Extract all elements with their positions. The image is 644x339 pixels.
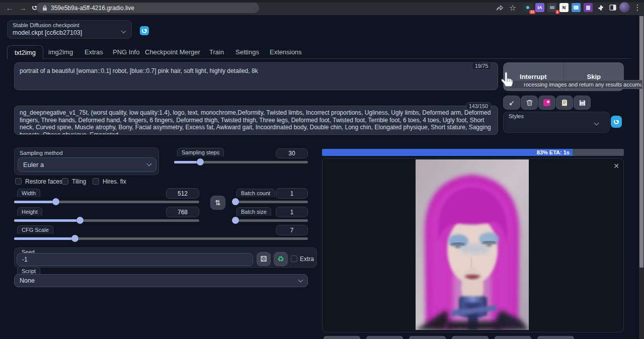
lock-icon: [42, 5, 47, 11]
extra-networks-button[interactable]: [538, 96, 555, 110]
cfg-scale-value[interactable]: 7: [276, 225, 308, 235]
gallery-action-button[interactable]: [537, 336, 574, 339]
refresh-icon: [142, 28, 147, 33]
share-icon[interactable]: [494, 2, 505, 13]
sampling-method-label: Sampling method: [20, 150, 63, 156]
checkpoint-block: Stable Diffusion checkpoint model.ckpt […: [7, 20, 132, 39]
batch-size-slider[interactable]: [235, 217, 308, 224]
sampling-steps-slider[interactable]: [174, 158, 308, 165]
tab-checkpoint-merger[interactable]: Checkpoint Merger: [138, 45, 207, 59]
swap-dimensions-button[interactable]: ⇅: [210, 196, 225, 210]
close-preview-icon[interactable]: ✕: [613, 162, 619, 170]
stable-diffusion-webui: ← → 359e5b9a-a5ff-4216.gradio.live ☆ 21 …: [0, 0, 644, 339]
scrollbar-thumb[interactable]: [639, 16, 643, 268]
browser-profile-avatar[interactable]: [619, 2, 630, 13]
cfg-scale-label: CFG Scale: [17, 225, 53, 234]
palette-icon: [543, 99, 550, 106]
batch-count-slider[interactable]: [235, 198, 308, 205]
seed-value: -1: [22, 256, 28, 263]
cfg-scale-slider[interactable]: [14, 235, 308, 242]
arrow-down-left-icon: ↙: [509, 99, 515, 107]
width-slider[interactable]: [14, 198, 199, 205]
tab-settings[interactable]: Settings: [228, 45, 266, 59]
extension-pin-icon[interactable]: 21: [523, 3, 532, 12]
tab-extensions[interactable]: Extensions: [263, 45, 309, 59]
hires-fix-label: Hires. fix: [103, 178, 126, 185]
clear-prompt-button[interactable]: [521, 96, 538, 110]
swap-arrows-icon: ⇅: [215, 199, 221, 207]
restore-faces-checkbox[interactable]: [15, 178, 22, 185]
random-seed-button[interactable]: ⚄: [257, 252, 271, 266]
width-value[interactable]: 512: [166, 188, 199, 199]
batch-count-label: Batch count: [236, 189, 275, 197]
chevron-down-icon: [121, 29, 126, 34]
browser-forward-icon[interactable]: →: [17, 2, 28, 13]
reuse-seed-button[interactable]: ♻: [274, 252, 288, 266]
extension-image-icon[interactable]: [572, 3, 581, 12]
prompt-textarea[interactable]: portrait of a beautiful [woman::0.1] rob…: [14, 62, 498, 90]
height-slider[interactable]: [14, 217, 199, 224]
output-gallery: ✕: [322, 158, 624, 332]
extension-notion-icon[interactable]: N: [559, 3, 569, 12]
tab-img2img[interactable]: img2img: [41, 45, 80, 59]
styles-label: Styles: [509, 113, 524, 119]
restore-faces-label: Restore faces: [25, 178, 62, 185]
batch-count-value[interactable]: 1: [276, 188, 308, 199]
bookmark-star-icon[interactable]: ☆: [507, 2, 518, 13]
height-value[interactable]: 768: [166, 207, 199, 217]
generation-progressbar: 83% ETA: 1s: [322, 149, 624, 156]
hires-fix-checkbox[interactable]: [93, 178, 99, 185]
extension-badge: 1: [555, 10, 559, 14]
paste-params-button[interactable]: ↙: [503, 96, 520, 110]
browser-back-icon[interactable]: ←: [4, 2, 15, 13]
styles-refresh-button[interactable]: [611, 116, 622, 128]
extension-onenote-icon[interactable]: [584, 3, 593, 12]
extension-ia-icon[interactable]: IA: [535, 3, 544, 12]
negative-token-counter: 143/150: [466, 102, 491, 110]
chevron-down-icon: [147, 161, 152, 166]
page-scrollbar[interactable]: [639, 15, 644, 339]
sampling-method-block: Sampling method Euler a: [14, 147, 159, 175]
extensions-puzzle-icon[interactable]: [595, 2, 606, 13]
save-style-button[interactable]: [574, 96, 591, 110]
tab-txt2img[interactable]: txt2img: [7, 45, 43, 59]
gallery-action-button[interactable]: [324, 336, 360, 339]
dice-icon: ⚄: [260, 255, 267, 264]
browser-toolbar: ← → 359e5b9a-a5ff-4216.gradio.live ☆ 21 …: [0, 0, 644, 15]
sampling-method-dropdown[interactable]: Euler a: [18, 157, 156, 172]
sampling-method-value: Euler a: [23, 161, 44, 168]
interrupt-tooltip: rocessing images and return any results …: [509, 80, 642, 89]
checkpoint-refresh-button[interactable]: [140, 26, 149, 35]
seed-block: Seed -1 ⚄ ♻ Extra: [14, 247, 317, 268]
tiling-checkbox[interactable]: [62, 178, 68, 185]
browser-menu-icon[interactable]: ⋮: [632, 2, 643, 13]
sampling-steps-label: Sampling steps: [177, 148, 224, 156]
negative-prompt-textarea[interactable]: ng_deepnegative_v1_75t, (worst quality, …: [14, 106, 498, 135]
styles-dropdown[interactable]: [504, 119, 609, 133]
tooltip-text: rocessing images and return any results …: [524, 81, 642, 88]
gallery-action-button[interactable]: [452, 336, 489, 339]
url-text: 359e5b9a-a5ff-4216.gradio.live: [51, 5, 134, 12]
script-dropdown[interactable]: None: [14, 274, 308, 287]
side-panel-icon[interactable]: [607, 2, 618, 13]
extension-camera-icon[interactable]: 1: [547, 3, 556, 12]
generated-image-preview[interactable]: [416, 159, 529, 330]
sampling-steps-value[interactable]: 30: [276, 148, 308, 158]
main-tabs: txt2img img2img Extras PNG Info Checkpoi…: [7, 45, 631, 59]
seed-input[interactable]: -1: [17, 253, 253, 266]
mouse-cursor-icon: [500, 70, 517, 91]
batch-size-label: Batch size: [236, 207, 271, 216]
extra-seed-checkbox[interactable]: [291, 256, 297, 262]
gallery-action-button[interactable]: [495, 336, 531, 339]
apply-style-button[interactable]: [556, 96, 573, 110]
gallery-action-button[interactable]: [366, 336, 403, 339]
checkpoint-dropdown[interactable]: model.ckpt [cc6cb27103]: [13, 29, 82, 36]
recycle-icon: ♻: [277, 255, 284, 264]
tab-train[interactable]: Train: [202, 45, 231, 59]
floppy-save-icon: [579, 100, 586, 106]
batch-size-value[interactable]: 1: [276, 207, 308, 217]
checkpoint-label: Stable Diffusion checkpoint: [13, 22, 79, 28]
gallery-action-button[interactable]: [409, 336, 446, 339]
progress-label: 83% ETA: 1s: [537, 149, 573, 155]
address-bar[interactable]: 359e5b9a-a5ff-4216.gradio.live: [36, 3, 259, 13]
